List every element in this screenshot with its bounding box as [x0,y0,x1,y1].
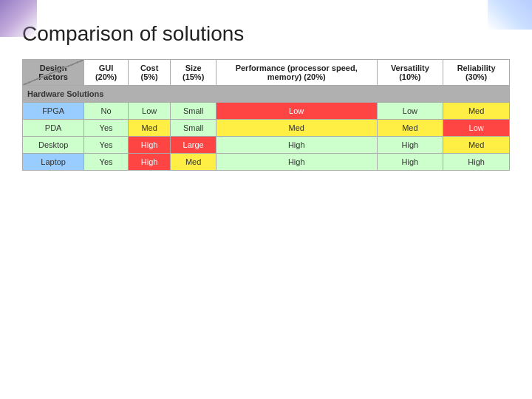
fpga-performance: Low [216,103,377,120]
pda-cost: Med [128,120,171,137]
desktop-reliability: Med [443,137,510,154]
table-row: Laptop Yes High Med High High High [23,154,510,171]
corner-decoration-tl [0,0,37,37]
fpga-reliability: Med [443,103,510,120]
page: Comparison of solutions Design Factors G… [0,0,532,399]
laptop-name: Laptop [23,154,84,171]
fpga-gui: No [84,103,129,120]
header-gui: GUI (20%) [84,60,129,86]
corner-decoration-tr [488,0,532,30]
header-cost: Cost (5%) [128,60,171,86]
laptop-size: Med [171,154,216,171]
comparison-table: Design Factors GUI (20%) Cost (5%) Size … [22,59,510,171]
page-title: Comparison of solutions [22,22,510,46]
pda-versatility: Med [377,120,443,137]
header-size: Size (15%) [171,60,216,86]
table-row: FPGA No Low Small Low Low Med [23,103,510,120]
hardware-solutions-row: Hardware Solutions [23,86,510,103]
fpga-size: Small [171,103,216,120]
hardware-solutions-label: Hardware Solutions [23,86,510,103]
pda-performance: Med [216,120,377,137]
fpga-cost: Low [128,103,171,120]
desktop-size: Large [171,137,216,154]
laptop-cost: High [128,154,171,171]
pda-size: Small [171,120,216,137]
laptop-performance: High [216,154,377,171]
laptop-versatility: High [377,154,443,171]
fpga-name: FPGA [23,103,84,120]
pda-name: PDA [23,120,84,137]
desktop-versatility: High [377,137,443,154]
pda-reliability: Low [443,120,510,137]
laptop-reliability: High [443,154,510,171]
desktop-name: Desktop [23,137,84,154]
laptop-gui: Yes [84,154,129,171]
desktop-performance: High [216,137,377,154]
table-row: Desktop Yes High Large High High Med [23,137,510,154]
header-design-factors: Design Factors [23,60,84,86]
header-row: Design Factors GUI (20%) Cost (5%) Size … [23,60,510,86]
header-versatility: Versatility (10%) [377,60,443,86]
desktop-gui: Yes [84,137,129,154]
pda-gui: Yes [84,120,129,137]
table-row: PDA Yes Med Small Med Med Low [23,120,510,137]
fpga-versatility: Low [377,103,443,120]
header-performance: Performance (processor speed, memory) (2… [216,60,377,86]
desktop-cost: High [128,137,171,154]
header-reliability: Reliability (30%) [443,60,510,86]
